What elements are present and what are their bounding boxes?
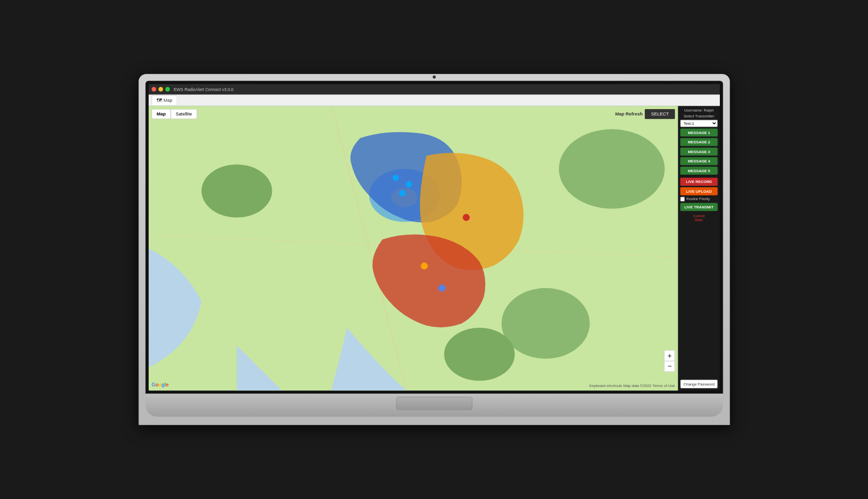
map-view-button[interactable]: Map	[152, 109, 171, 119]
message-3-button[interactable]: MESSAGE 3	[680, 148, 717, 156]
laptop-base	[145, 394, 723, 417]
status-state: State:	[680, 218, 717, 222]
message-5-button[interactable]: MESSAGE 5	[680, 167, 717, 175]
tab-bar: 🗺 Map	[148, 94, 719, 106]
window-controls	[152, 87, 170, 91]
live-upload-button[interactable]: LIVE UPLOAD	[680, 187, 717, 195]
select-transmitter-label: Select Transmitter	[680, 114, 717, 118]
zoom-controls: + −	[664, 350, 675, 372]
minimize-button[interactable]	[158, 87, 163, 91]
touchpad[interactable]	[396, 397, 472, 410]
status-current: Current	[680, 214, 717, 218]
change-password-button[interactable]: Change Password	[680, 380, 717, 388]
window-title: EWS RadioAlert Connect v3.0.0	[174, 87, 233, 91]
window-title-bar: EWS RadioAlert Connect v3.0.0	[148, 84, 719, 94]
main-layout: Map Satellite Map Refresh SELECT + −	[148, 106, 719, 391]
live-transmit-button[interactable]: LIVE TRANSMIT	[680, 203, 717, 211]
routine-priority-label: Routine Priority	[686, 197, 710, 201]
message-2-button[interactable]: MESSAGE 2	[680, 138, 717, 146]
message-4-button[interactable]: MESSAGE 4	[680, 157, 717, 165]
live-record-button[interactable]: LIVE RECORD	[680, 178, 717, 185]
map-refresh-label: Map Refresh	[615, 112, 642, 117]
map-view-controls: Map Satellite	[152, 109, 197, 119]
map-refresh-area: Map Refresh SELECT	[615, 109, 674, 119]
google-logo: Google	[152, 382, 169, 388]
map-attribution: Keyboard shortcuts Map data ©2022 Terms …	[589, 384, 675, 388]
zoom-in-button[interactable]: +	[664, 350, 675, 361]
map-select-button[interactable]: SELECT	[645, 109, 674, 119]
message-1-button[interactable]: MESSAGE 1	[680, 129, 717, 136]
map-tab-icon: 🗺	[156, 97, 162, 103]
maximize-button[interactable]	[165, 87, 170, 91]
transmitter-select[interactable]: Test-1	[680, 120, 717, 127]
routine-priority-container: Routine Priority	[680, 197, 717, 201]
satellite-view-button[interactable]: Satellite	[171, 109, 197, 119]
username-label: Username: Ralph	[680, 108, 717, 113]
zoom-out-button[interactable]: −	[664, 361, 675, 372]
routine-priority-checkbox[interactable]	[680, 197, 685, 201]
tab-map[interactable]: 🗺 Map	[152, 95, 178, 105]
close-button[interactable]	[152, 87, 156, 91]
map-area[interactable]: Map Satellite Map Refresh SELECT + −	[148, 106, 678, 391]
right-panel: Username: Ralph Select Transmitter Test-…	[678, 106, 720, 391]
tab-map-label: Map	[163, 98, 172, 103]
